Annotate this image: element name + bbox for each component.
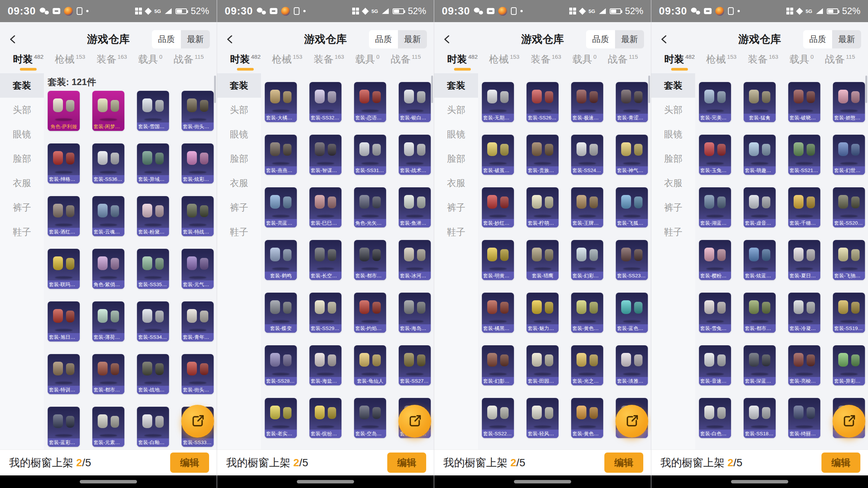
sort-quality-button[interactable]: 品质 [586,30,615,48]
item-card[interactable]: 套装-湖蓝色… [699,187,731,227]
item-card[interactable]: 套装-闲梦青缦 [92,91,124,131]
edit-button[interactable]: 编辑 [387,453,426,473]
item-card[interactable]: 套装-破茧小… [482,135,514,175]
item-card[interactable]: 套装-鹤鸣 [265,240,297,280]
share-fab-button[interactable] [615,405,648,438]
item-card[interactable]: 套装-玉兔迎春 [699,135,731,175]
sidebar-item-clothes[interactable]: 衣服 [217,171,261,195]
item-card[interactable]: 套装-雪国风尚 [137,91,169,131]
sort-quality-button[interactable]: 品质 [803,30,832,48]
item-card[interactable]: 套装-战术大师 [399,135,431,175]
item-card[interactable]: 套装-蓝彩潮人 [48,407,80,447]
item-card[interactable]: 套装-王牌教练 [571,187,603,227]
item-card[interactable]: 套装-幻世战… [833,135,865,175]
item-card[interactable]: 套装-SS21特训 [788,135,820,175]
item-card[interactable]: 套装-娇憨猪猪 [833,82,865,122]
item-card[interactable]: 套装-SS28特… [265,345,297,385]
item-card[interactable]: 套装-SS20特… [833,187,865,227]
item-card[interactable]: 套装-灼焰舞者 [354,293,386,333]
tab-vehicles[interactable]: 载具0 [572,51,596,73]
item-card[interactable]: 套装-完美偶像 [699,82,731,122]
item-card[interactable]: 套装-冷凝舞者 [788,293,820,333]
item-card[interactable]: 套装-魅力单车 [527,293,559,333]
item-card[interactable]: 套装-长空猛禽 [309,240,341,280]
item-card[interactable]: 套装-飞驰魅影 [833,240,865,280]
item-card[interactable]: 套装-光之冒险 [571,345,603,385]
item-card[interactable]: 套装-亮棱达… [788,345,820,385]
item-card[interactable]: 套装-炫彩糖果 [182,143,214,184]
sidebar-item-shoes[interactable]: 鞋子 [217,220,261,244]
tab-equipment[interactable]: 装备163 [531,51,561,73]
item-card[interactable]: 套装-龟仙人 [354,345,386,385]
tab-firearms[interactable]: 枪械153 [272,51,302,73]
sidebar-item-head[interactable]: 头部 [0,98,44,122]
item-card[interactable]: 套装-猎鹰 [527,240,559,280]
item-card[interactable]: 套装-青涩时光 [616,82,648,122]
item-card[interactable]: 套装-SS19特训 [833,293,865,333]
item-card[interactable]: 套装-SS35特… [137,249,169,289]
item-card[interactable]: 套装-绅格组合 [48,143,80,184]
item-card[interactable]: 套装-幻影武者 [482,345,514,385]
item-card[interactable]: 套装-青年教官 [182,301,214,341]
sidebar-item-glasses[interactable]: 眼镜 [0,122,44,147]
item-card[interactable]: 套装-千穗之恋 [788,187,820,227]
item-card[interactable]: 套装-都市潮… [744,293,776,333]
sidebar-item-head[interactable]: 头部 [217,98,261,122]
home-indicator[interactable] [731,480,788,483]
home-indicator[interactable] [297,480,354,483]
tab-firearms[interactable]: 枪械153 [706,51,736,73]
item-card[interactable]: 套装-云魂琉璃 [92,196,124,236]
item-card[interactable]: 角色-光矢逐梦 [354,187,386,227]
item-card[interactable]: 套装-旭日情侣 [48,301,80,341]
scrollbar-thumb[interactable] [648,76,650,103]
back-button[interactable] [224,33,237,46]
item-card[interactable]: 套装-SS22特… [482,398,514,438]
item-card[interactable]: 套装-SS23特… [616,240,648,280]
item-card[interactable]: 套装-SS36特… [92,143,124,184]
tab-supplies[interactable]: 战备115 [174,51,204,73]
item-card[interactable]: 套装-元气之梦 [182,249,214,289]
item-card[interactable]: 套装-雪兔飞飞 [699,293,731,333]
tab-supplies[interactable]: 战备115 [608,51,638,73]
item-card[interactable]: 套装-联玛速递 [48,249,80,289]
sidebar-item-glasses[interactable]: 眼镜 [651,122,695,147]
scrollbar-thumb[interactable] [865,76,867,103]
item-card[interactable]: 套装-轻风白浪 [527,398,559,438]
item-card[interactable]: 套装-猛禽 [744,82,776,122]
tab-fashion[interactable]: 时装482 [13,51,43,73]
item-card[interactable]: 套装-田园牧歌 [527,345,559,385]
sidebar-item-shoes[interactable]: 鞋子 [0,220,44,244]
item-card[interactable]: 套装-恋语绒绒 [354,82,386,122]
item-card[interactable]: 套装-都市猎人 [354,240,386,280]
item-card[interactable]: 套装-街头风暴 [182,91,214,131]
share-fab-button[interactable] [398,405,431,438]
tab-supplies[interactable]: 战备115 [825,51,855,73]
item-card[interactable]: 角色-萨利娅 [48,91,80,131]
item-card[interactable]: 套装-异域银装 [137,143,169,184]
sidebar-item-pants[interactable]: 裤子 [434,195,478,220]
scrollbar-thumb[interactable] [214,76,216,103]
item-card[interactable]: 套装-幻彩碰碰 [571,240,603,280]
item-card[interactable]: 套装-燕燕于飞 [265,135,297,175]
item-card[interactable]: 套装-冰河战士 [399,240,431,280]
item-card[interactable]: 套装-鱼潜荷华 [399,187,431,227]
item-card[interactable]: 套装-妙红点点 [482,187,514,227]
sidebar-item-face[interactable]: 脸部 [0,147,44,171]
home-indicator[interactable] [514,480,571,483]
item-card[interactable]: 套装-大橘大利 [265,82,297,122]
edit-button[interactable]: 编辑 [170,453,209,473]
sort-latest-button[interactable]: 最新 [181,30,210,48]
back-button[interactable] [441,33,454,46]
item-card[interactable]: 套装-银白舞王 [399,82,431,122]
item-card[interactable]: 套装-酒红色… [48,196,80,236]
sidebar-item-face[interactable]: 脸部 [217,147,261,171]
tab-fashion[interactable]: 时装482 [664,51,695,73]
item-card[interactable]: 套装-明黄之星 [482,240,514,280]
sidebar-item-shoes[interactable]: 鞋子 [651,220,695,244]
item-card[interactable]: 套装-黄色运动 [571,293,603,333]
edit-button[interactable]: 编辑 [821,453,860,473]
sidebar-item-pants[interactable]: 裤子 [651,195,695,220]
item-card[interactable]: 套装-虚音幻奏 [744,187,776,227]
item-card[interactable]: 套装-贵族骑装 [527,135,559,175]
sidebar-item-suits[interactable]: 套装 [434,73,478,98]
